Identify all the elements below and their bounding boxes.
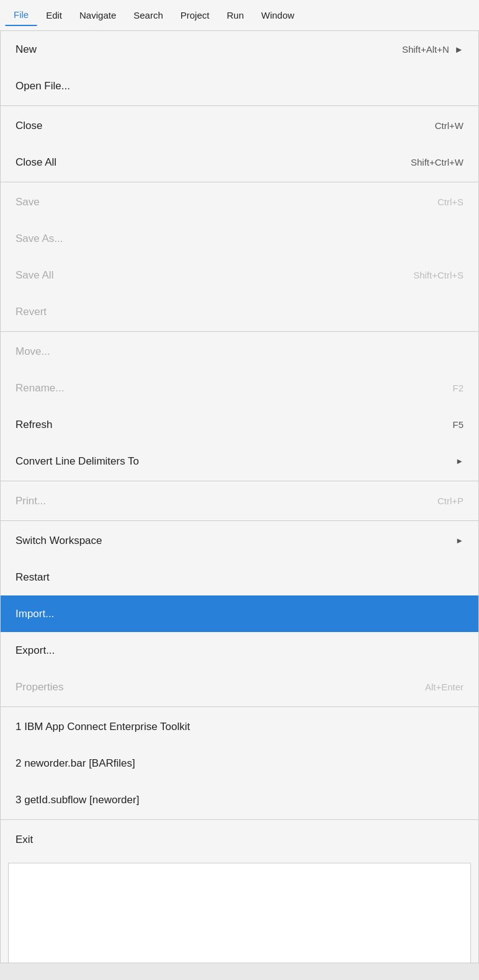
menu-item-close-all[interactable]: Close All Shift+Ctrl+W — [1, 144, 478, 180]
menu-item-switch-workspace-arrow: ► — [455, 536, 463, 545]
separator-3 — [1, 331, 478, 332]
menu-item-restart-label: Restart — [16, 571, 50, 584]
menu-item-close-all-shortcut: Shift+Ctrl+W — [411, 157, 463, 167]
menu-item-import[interactable]: Import... — [1, 595, 478, 632]
menubar-item-file[interactable]: File — [5, 4, 37, 26]
menu-item-recent-1[interactable]: 1 IBM App Connect Enterprise Toolkit — [1, 708, 478, 745]
menu-item-print[interactable]: Print... Ctrl+P — [1, 483, 478, 519]
menu-item-convert-line-label: Convert Line Delimiters To — [16, 455, 139, 468]
menu-item-import-label: Import... — [16, 608, 54, 620]
menu-item-export[interactable]: Export... — [1, 632, 478, 669]
menu-bar: File Edit Navigate Search Project Run Wi… — [0, 0, 479, 31]
menu-item-rename-label: Rename... — [16, 382, 64, 394]
menu-item-move[interactable]: Move... — [1, 333, 478, 370]
menu-item-revert-label: Revert — [16, 306, 47, 318]
menu-item-save[interactable]: Save Ctrl+S — [1, 184, 478, 220]
menubar-item-project[interactable]: Project — [172, 5, 218, 25]
menu-item-open-file-label: Open File... — [16, 80, 70, 92]
separator-6 — [1, 706, 478, 707]
menu-item-open-file[interactable]: Open File... — [1, 68, 478, 104]
separator-1 — [1, 105, 478, 106]
menu-item-save-all-label: Save All — [16, 269, 53, 282]
separator-7 — [1, 819, 478, 820]
menu-item-export-label: Export... — [16, 644, 55, 657]
menu-item-properties-shortcut: Alt+Enter — [425, 682, 463, 692]
file-menu: New Shift+Alt+N ► Open File... Close Ctr… — [0, 31, 479, 980]
menu-item-save-shortcut: Ctrl+S — [437, 197, 463, 207]
menu-item-convert-line[interactable]: Convert Line Delimiters To ► — [1, 443, 478, 479]
menu-item-refresh-shortcut: F5 — [452, 419, 463, 430]
menubar-item-run[interactable]: Run — [218, 5, 253, 25]
menu-item-print-label: Print... — [16, 495, 46, 507]
menu-item-save-label: Save — [16, 196, 40, 208]
separator-4 — [1, 481, 478, 481]
menubar-item-search[interactable]: Search — [125, 5, 172, 25]
menu-item-recent-2[interactable]: 2 neworder.bar [BARfiles] — [1, 745, 478, 782]
menu-item-exit-label: Exit — [16, 834, 33, 846]
menu-item-rename[interactable]: Rename... F2 — [1, 370, 478, 406]
menu-item-save-as-label: Save As... — [16, 233, 63, 245]
menu-item-properties-label: Properties — [16, 681, 63, 693]
menu-item-recent-3[interactable]: 3 getId.subflow [neworder] — [1, 782, 478, 818]
menu-item-recent-3-label: 3 getId.subflow [neworder] — [16, 794, 139, 806]
menu-item-restart[interactable]: Restart — [1, 559, 478, 595]
menu-item-save-all-shortcut: Shift+Ctrl+S — [413, 270, 463, 280]
status-bar — [0, 963, 479, 980]
menu-item-move-label: Move... — [16, 345, 50, 358]
menu-item-new-label: New — [16, 43, 37, 56]
separator-5 — [1, 520, 478, 521]
menu-item-close-shortcut: Ctrl+W — [435, 120, 463, 131]
menu-item-exit[interactable]: Exit — [1, 821, 478, 858]
menu-item-refresh[interactable]: Refresh F5 — [1, 406, 478, 443]
menu-item-switch-workspace-label: Switch Workspace — [16, 535, 102, 547]
menu-item-recent-2-label: 2 neworder.bar [BARfiles] — [16, 757, 135, 770]
menu-item-close-all-label: Close All — [16, 156, 56, 169]
separator-2 — [1, 182, 478, 182]
menu-item-rename-shortcut: F2 — [452, 383, 463, 393]
menu-item-switch-workspace[interactable]: Switch Workspace ► — [1, 522, 478, 559]
menu-item-save-as[interactable]: Save As... — [1, 220, 478, 257]
menubar-item-edit[interactable]: Edit — [37, 5, 71, 25]
menu-item-new[interactable]: New Shift+Alt+N ► — [1, 31, 478, 68]
menu-item-new-shortcut: Shift+Alt+N ► — [402, 44, 463, 55]
menu-item-recent-1-label: 1 IBM App Connect Enterprise Toolkit — [16, 721, 190, 733]
menu-item-revert[interactable]: Revert — [1, 293, 478, 330]
menubar-item-window[interactable]: Window — [253, 5, 303, 25]
menu-item-convert-line-arrow: ► — [455, 457, 463, 466]
menu-item-close[interactable]: Close Ctrl+W — [1, 107, 478, 144]
menu-item-close-label: Close — [16, 120, 42, 132]
menu-item-print-shortcut: Ctrl+P — [437, 496, 463, 506]
menu-item-save-all[interactable]: Save All Shift+Ctrl+S — [1, 257, 478, 293]
menu-item-refresh-label: Refresh — [16, 419, 53, 431]
menubar-item-navigate[interactable]: Navigate — [71, 5, 125, 25]
menu-item-properties[interactable]: Properties Alt+Enter — [1, 669, 478, 705]
